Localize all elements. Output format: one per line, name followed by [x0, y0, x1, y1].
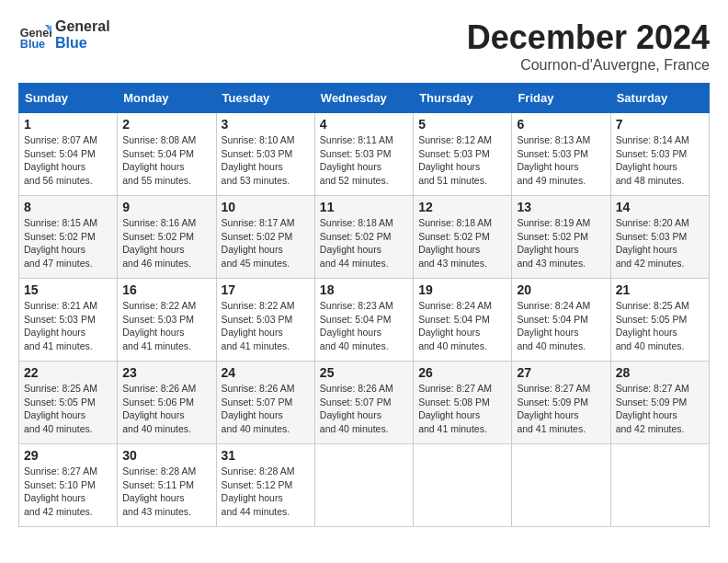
calendar-week-row: 22 Sunrise: 8:25 AM Sunset: 5:05 PM Dayl…	[19, 362, 710, 444]
sunrise-label: Sunrise: 8:08 AM	[122, 134, 196, 145]
day-info: Sunrise: 8:11 AM Sunset: 5:03 PM Dayligh…	[320, 133, 408, 188]
daylight-label: Daylight hoursand 40 minutes.	[616, 327, 685, 351]
day-info: Sunrise: 8:27 AM Sunset: 5:09 PM Dayligh…	[517, 382, 605, 436]
sunset-label: Sunset: 5:04 PM	[517, 314, 588, 325]
sunrise-label: Sunrise: 8:15 AM	[24, 217, 97, 228]
sunset-label: Sunset: 5:03 PM	[122, 314, 194, 325]
sunset-label: Sunset: 5:05 PM	[616, 314, 688, 325]
col-wednesday: Wednesday	[314, 84, 413, 113]
day-number: 25	[320, 365, 408, 380]
sunrise-label: Sunrise: 8:26 AM	[222, 383, 295, 394]
daylight-label: Daylight hoursand 40 minutes.	[122, 409, 191, 434]
sunset-label: Sunset: 5:04 PM	[320, 314, 392, 325]
daylight-label: Daylight hoursand 42 minutes.	[24, 492, 93, 517]
day-number: 27	[517, 365, 605, 380]
calendar-cell: 17 Sunrise: 8:22 AM Sunset: 5:03 PM Dayl…	[216, 279, 314, 362]
daylight-label: Daylight hoursand 40 minutes.	[24, 409, 93, 434]
day-number: 10	[222, 200, 310, 214]
col-thursday: Thursday	[414, 84, 512, 113]
day-number: 18	[320, 282, 408, 297]
col-tuesday: Tuesday	[216, 84, 314, 113]
daylight-label: Daylight hoursand 42 minutes.	[616, 244, 685, 269]
daylight-label: Daylight hoursand 45 minutes.	[222, 244, 290, 269]
daylight-label: Daylight hoursand 55 minutes.	[122, 161, 191, 186]
calendar-week-row: 8 Sunrise: 8:15 AM Sunset: 5:02 PM Dayli…	[19, 196, 710, 279]
day-info: Sunrise: 8:25 AM Sunset: 5:05 PM Dayligh…	[616, 299, 704, 353]
daylight-label: Daylight hoursand 41 minutes.	[222, 327, 290, 351]
day-number: 6	[517, 117, 605, 132]
sunrise-label: Sunrise: 8:28 AM	[222, 465, 295, 477]
calendar-cell: 27 Sunrise: 8:27 AM Sunset: 5:09 PM Dayl…	[512, 362, 610, 444]
sunset-label: Sunset: 5:03 PM	[320, 148, 392, 159]
day-info: Sunrise: 8:17 AM Sunset: 5:02 PM Dayligh…	[222, 216, 310, 270]
daylight-label: Daylight hoursand 43 minutes.	[418, 244, 487, 269]
calendar-cell: 21 Sunrise: 8:25 AM Sunset: 5:05 PM Dayl…	[610, 279, 709, 362]
day-info: Sunrise: 8:23 AM Sunset: 5:04 PM Dayligh…	[320, 299, 408, 353]
day-number: 4	[320, 117, 408, 132]
daylight-label: Daylight hoursand 48 minutes.	[616, 161, 685, 186]
daylight-label: Daylight hoursand 43 minutes.	[517, 244, 586, 269]
calendar-cell: 28 Sunrise: 8:27 AM Sunset: 5:09 PM Dayl…	[610, 362, 709, 444]
day-number: 31	[222, 448, 310, 463]
day-info: Sunrise: 8:24 AM Sunset: 5:04 PM Dayligh…	[517, 299, 605, 353]
day-info: Sunrise: 8:28 AM Sunset: 5:11 PM Dayligh…	[122, 465, 210, 519]
calendar-cell: 31 Sunrise: 8:28 AM Sunset: 5:12 PM Dayl…	[216, 444, 314, 527]
sunrise-label: Sunrise: 8:22 AM	[122, 300, 196, 311]
logo-general: General	[55, 18, 110, 35]
calendar-week-row: 29 Sunrise: 8:27 AM Sunset: 5:10 PM Dayl…	[19, 444, 710, 527]
daylight-label: Daylight hoursand 56 minutes.	[24, 161, 93, 186]
day-number: 2	[122, 117, 210, 132]
sunrise-label: Sunrise: 8:26 AM	[320, 383, 393, 394]
sunset-label: Sunset: 5:05 PM	[24, 396, 96, 408]
sunrise-label: Sunrise: 8:27 AM	[517, 383, 590, 394]
sunrise-label: Sunrise: 8:12 AM	[418, 134, 492, 145]
sunrise-label: Sunrise: 8:14 AM	[616, 134, 689, 145]
day-info: Sunrise: 8:22 AM Sunset: 5:03 PM Dayligh…	[222, 299, 310, 353]
day-info: Sunrise: 8:18 AM Sunset: 5:02 PM Dayligh…	[320, 216, 408, 270]
sunrise-label: Sunrise: 8:17 AM	[222, 217, 295, 228]
day-info: Sunrise: 8:10 AM Sunset: 5:03 PM Dayligh…	[222, 133, 310, 188]
daylight-label: Daylight hoursand 49 minutes.	[517, 161, 586, 186]
sunset-label: Sunset: 5:02 PM	[517, 231, 588, 242]
calendar-cell: 6 Sunrise: 8:13 AM Sunset: 5:03 PM Dayli…	[512, 113, 610, 196]
sunset-label: Sunset: 5:04 PM	[24, 148, 96, 159]
sunset-label: Sunset: 5:04 PM	[418, 314, 490, 325]
day-number: 3	[222, 117, 310, 132]
calendar-cell	[610, 444, 709, 527]
day-info: Sunrise: 8:19 AM Sunset: 5:02 PM Dayligh…	[517, 216, 605, 270]
day-info: Sunrise: 8:27 AM Sunset: 5:10 PM Dayligh…	[24, 465, 112, 519]
col-saturday: Saturday	[610, 84, 709, 113]
day-number: 19	[418, 282, 506, 297]
day-number: 24	[222, 365, 310, 380]
title-area: December 2024 Cournon-d'Auvergne, France	[467, 18, 710, 74]
day-info: Sunrise: 8:08 AM Sunset: 5:04 PM Dayligh…	[122, 133, 210, 188]
day-info: Sunrise: 8:12 AM Sunset: 5:03 PM Dayligh…	[418, 133, 506, 188]
daylight-label: Daylight hoursand 42 minutes.	[616, 409, 685, 434]
sunset-label: Sunset: 5:02 PM	[24, 231, 96, 242]
logo: General Blue General Blue	[18, 18, 110, 52]
calendar-cell: 14 Sunrise: 8:20 AM Sunset: 5:03 PM Dayl…	[610, 196, 709, 279]
day-info: Sunrise: 8:27 AM Sunset: 5:09 PM Dayligh…	[616, 382, 704, 436]
day-number: 11	[320, 200, 408, 214]
calendar-cell: 3 Sunrise: 8:10 AM Sunset: 5:03 PM Dayli…	[216, 113, 314, 196]
sunset-label: Sunset: 5:03 PM	[616, 231, 688, 242]
calendar-cell: 19 Sunrise: 8:24 AM Sunset: 5:04 PM Dayl…	[414, 279, 512, 362]
calendar-cell: 18 Sunrise: 8:23 AM Sunset: 5:04 PM Dayl…	[314, 279, 413, 362]
sunrise-label: Sunrise: 8:23 AM	[320, 300, 393, 311]
weekday-header-row: Sunday Monday Tuesday Wednesday Thursday…	[19, 84, 710, 113]
daylight-label: Daylight hoursand 43 minutes.	[122, 492, 191, 517]
sunset-label: Sunset: 5:02 PM	[122, 231, 194, 242]
sunrise-label: Sunrise: 8:27 AM	[616, 383, 689, 394]
day-number: 12	[418, 200, 506, 214]
calendar-cell: 20 Sunrise: 8:24 AM Sunset: 5:04 PM Dayl…	[512, 279, 610, 362]
col-friday: Friday	[512, 84, 610, 113]
sunrise-label: Sunrise: 8:18 AM	[320, 217, 393, 228]
sunset-label: Sunset: 5:08 PM	[418, 396, 490, 408]
day-info: Sunrise: 8:26 AM Sunset: 5:06 PM Dayligh…	[122, 382, 210, 436]
calendar-cell: 23 Sunrise: 8:26 AM Sunset: 5:06 PM Dayl…	[118, 362, 216, 444]
calendar-cell: 9 Sunrise: 8:16 AM Sunset: 5:02 PM Dayli…	[118, 196, 216, 279]
day-info: Sunrise: 8:26 AM Sunset: 5:07 PM Dayligh…	[222, 382, 310, 436]
sunrise-label: Sunrise: 8:25 AM	[24, 383, 97, 394]
day-number: 20	[517, 282, 605, 297]
sunrise-label: Sunrise: 8:11 AM	[320, 134, 393, 145]
